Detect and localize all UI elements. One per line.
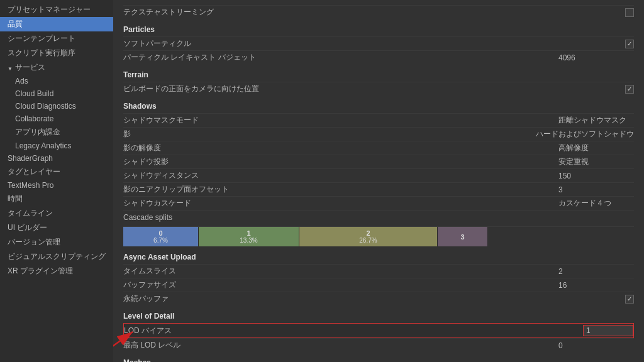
prop-label: バッファサイズ [123, 280, 558, 290]
prop-row-影のニアクリップ面オフセット: 影のニアクリップ面オフセット3 [123, 182, 634, 196]
expand-icon [8, 63, 13, 72]
prop-label: シャドウカスケード [123, 198, 558, 209]
cascade-segment-1: 113.3% [199, 227, 299, 246]
sidebar-item-version-control[interactable]: バージョン管理 [0, 235, 113, 250]
sidebar-item-shader-graph[interactable]: ShaderGraph [0, 152, 113, 165]
prop-row-cascade-label: Cascade splits [123, 210, 634, 224]
prop-row-最高-LOD-レベル: 最高 LOD レベル0 [123, 338, 634, 352]
cascade-pct: 26.7% [359, 237, 377, 244]
prop-label: ビルボードの正面をカメラに向けた位置 [123, 84, 625, 94]
prop-label: LOD バイアス [124, 326, 583, 336]
sidebar-item-time[interactable]: 時間 [0, 192, 113, 206]
prop-row-バッファサイズ: バッファサイズ16 [123, 278, 634, 292]
cascade-num: 3 [460, 233, 464, 241]
prop-label: タイムスライス [123, 266, 558, 277]
sidebar-item-preset-manager[interactable]: プリセットマネージャー [0, 3, 113, 17]
prop-label: パーティクル レイキャスト バジェット [123, 52, 558, 63]
prop-value: 150 [558, 172, 634, 180]
prop-row-シャドウディスタンス: シャドウディスタンス150 [123, 168, 634, 182]
sidebar-item-ui-builder[interactable]: UI ビルダー [0, 221, 113, 235]
prop-label: シャドウマスクモード [123, 115, 558, 126]
sidebar-item-collaborate[interactable]: Collaborate [0, 112, 113, 125]
sidebar-item-legacy-analytics[interactable]: Legacy Analytics [0, 140, 113, 152]
sidebar-item-timeline[interactable]: タイムライン [0, 206, 113, 221]
cascade-segment-2: 226.7% [299, 227, 438, 246]
prop-label: 影の解像度 [123, 143, 558, 153]
cascade-pct: 6.7% [153, 237, 168, 244]
cascade-segment-0: 06.7% [123, 227, 199, 246]
prop-value: カスケード４つ [558, 198, 634, 209]
sidebar-item-quality[interactable]: 品質 [0, 17, 113, 31]
prop-row-ビルボードの正面をカメラに向けた位置: ビルボードの正面をカメラに向けた位置✓ [123, 82, 634, 96]
sidebar-section-label: サービス [15, 62, 45, 73]
cascade-segment-3: 3 [438, 227, 488, 246]
prop-row-シャドウカスケード: シャドウカスケードカスケード４つ [123, 196, 634, 210]
prop-label: ソフトパーティクル [123, 38, 625, 49]
prop-value: 16 [558, 281, 634, 290]
prop-value: ハードおよびソフトシャドウ [536, 129, 634, 140]
prop-row-タイムスライス: タイムスライス2 [123, 264, 634, 278]
checkbox[interactable]: ✓ [625, 295, 634, 304]
sidebar-section-services-header: サービス [0, 60, 113, 75]
checkbox[interactable]: ✓ [625, 40, 634, 48]
sidebar-item-xr-plugin[interactable]: XR プラグイン管理 [0, 264, 113, 278]
cascade-num: 2 [366, 229, 370, 237]
prop-row-ソフトパーティクル: ソフトパーティクル✓ [123, 36, 634, 50]
section-title-terrain: Terrain [123, 70, 634, 79]
prop-row-LOD-バイアス: LOD バイアス1 [123, 323, 634, 338]
prop-label: シャドウディスタンス [123, 170, 558, 181]
left-panel: プリセットマネージャー品質シーンテンプレートスクリプト実行順序サービスAdsCl… [0, 0, 113, 362]
sidebar-item-in-app-purchase[interactable]: アプリ内課金 [0, 125, 113, 140]
prop-value: 4096 [558, 53, 634, 62]
prop-row-永続バッファ: 永続バッファ✓ [123, 292, 634, 305]
cascade-label: Cascade splits [123, 213, 634, 222]
sidebar-item-scene-template[interactable]: シーンテンプレート [0, 31, 113, 46]
checkbox[interactable]: ✓ [625, 85, 634, 94]
prop-value: 安定重視 [558, 156, 634, 167]
prop-label: テクスチャストリーミング [123, 7, 625, 18]
prop-value: 0 [558, 341, 634, 350]
prop-row-シャドウマスクモード: シャドウマスクモード距離シャドウマスク [123, 113, 634, 127]
prop-label: 影のニアクリップ面オフセット [123, 184, 558, 195]
sidebar-item-tags-layers[interactable]: タグとレイヤー [0, 165, 113, 179]
prop-value: 3 [558, 185, 634, 194]
prop-label: 最高 LOD レベル [123, 340, 558, 351]
prop-value: 距離シャドウマスク [558, 115, 634, 126]
section-title-meshes: Meshes [123, 358, 634, 362]
prop-label: 永続バッファ [123, 293, 625, 304]
cascade-num: 1 [247, 229, 250, 237]
cascade-num: 0 [158, 229, 162, 237]
sidebar-item-script-order[interactable]: スクリプト実行順序 [0, 46, 113, 60]
right-panel: テクスチャストリーミングParticlesソフトパーティクル✓パーティクル レイ… [113, 0, 644, 362]
right-wrapper: テクスチャストリーミングParticlesソフトパーティクル✓パーティクル レイ… [113, 0, 644, 362]
section-title-level-of-detail: Level of Detail [123, 312, 634, 321]
prop-row-パーティクル-レイキャスト-バジェット: パーティクル レイキャスト バジェット4096 [123, 50, 634, 64]
sidebar-item-visual-scripting[interactable]: ビジュアルスクリプティング [0, 250, 113, 264]
prop-row-影の解像度: 影の解像度高解像度 [123, 141, 634, 155]
cascade-bar: 06.7%113.3%226.7%3 [123, 226, 634, 246]
sidebar-item-ads[interactable]: Ads [0, 75, 113, 87]
sidebar-item-cloud-build[interactable]: Cloud Build [0, 87, 113, 100]
prop-label: シャドウ投影 [123, 156, 558, 167]
sidebar-item-cloud-diagnostics[interactable]: Cloud Diagnostics [0, 100, 113, 112]
prop-value[interactable]: 1 [583, 325, 633, 336]
prop-value: 高解像度 [558, 143, 634, 153]
sidebar-item-textmesh-pro[interactable]: TextMesh Pro [0, 179, 113, 192]
checkbox[interactable] [625, 8, 634, 17]
section-title-shadows: Shadows [123, 102, 634, 111]
prop-label: 影 [123, 129, 536, 140]
prop-row-シャドウ投影: シャドウ投影安定重視 [123, 155, 634, 168]
prop-row-影: 影ハードおよびソフトシャドウ [123, 127, 634, 141]
section-title-particles: Particles [123, 25, 634, 34]
prop-value: 2 [558, 267, 634, 276]
prop-row-テクスチャストリーミング: テクスチャストリーミング [123, 5, 634, 19]
section-title-async-asset-upload: Async Asset Upload [123, 253, 634, 261]
cascade-pct: 13.3% [240, 237, 257, 244]
